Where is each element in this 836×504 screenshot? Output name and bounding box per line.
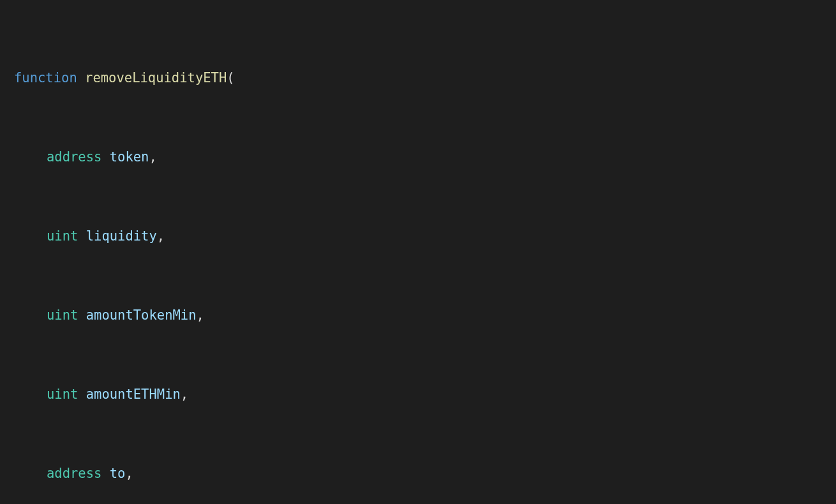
code-line: uint amountETHMin, (14, 385, 830, 404)
var-amountETHMin: amountETHMin (86, 387, 181, 402)
var-token: token (110, 149, 149, 165)
code-line: function removeLiquidityETH( (14, 68, 830, 88)
comma: , (157, 228, 165, 244)
code-editor[interactable]: function removeLiquidityETH( address tok… (0, 0, 836, 504)
type-uint: uint (47, 387, 78, 402)
comma: , (149, 149, 156, 165)
comma: , (197, 308, 204, 323)
code-line: address token, (14, 147, 830, 167)
keyword-function: function (14, 70, 77, 85)
paren-open: ( (227, 70, 234, 85)
comma: , (181, 387, 188, 402)
type-uint: uint (47, 308, 78, 323)
type-address: address (47, 149, 101, 165)
code-line: uint amountTokenMin, (14, 306, 830, 325)
type-uint: uint (47, 228, 78, 244)
var-liquidity: liquidity (86, 228, 157, 244)
function-name: removeLiquidityETH (85, 70, 227, 85)
code-line: address to, (14, 464, 830, 484)
comma: , (125, 466, 133, 481)
code-line: uint liquidity, (14, 226, 830, 246)
var-amountTokenMin: amountTokenMin (86, 308, 197, 323)
type-address: address (47, 466, 101, 481)
var-to: to (110, 466, 126, 481)
